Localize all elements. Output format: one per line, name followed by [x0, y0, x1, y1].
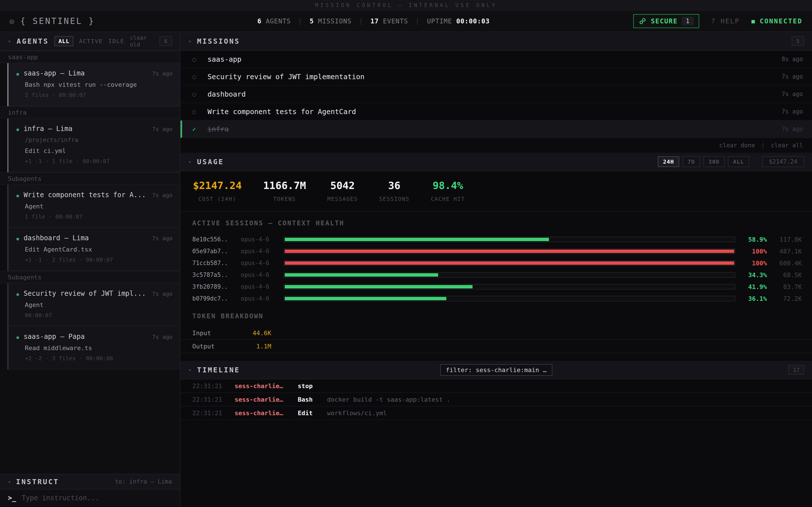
session-row: b0799dc7.. opus-4-6 36.1% 72.2K — [181, 293, 812, 304]
event-time: 22:31:21 — [192, 409, 225, 416]
event-session: sess-charlie… — [235, 383, 289, 390]
filter-all-button[interactable]: ALL — [54, 36, 73, 46]
agent-card[interactable]: ● Security review of JWT impl... 7s ago … — [8, 283, 180, 327]
stat-sessions: 36 SESSIONS — [379, 180, 410, 202]
agent-card[interactable]: ● dashboard — Lima 7s ago Edit AgentCard… — [8, 228, 180, 271]
agents-count-label: AGENTS — [266, 17, 291, 25]
mission-row[interactable]: ○ saas-app 8s ago — [181, 51, 812, 68]
timeline-row[interactable]: 22:31:21 sess-charlie… Bash docker build… — [181, 393, 812, 406]
timeline-count-badge: 17 — [788, 365, 804, 375]
stat-messages: 5042 MESSAGES — [327, 180, 358, 202]
missions-panel-header: ▾ MISSIONS 5 — [181, 32, 812, 51]
stat-label: SESSIONS — [379, 196, 410, 202]
context-health-bar — [284, 272, 735, 278]
secure-button[interactable]: SECURE 1 — [633, 14, 699, 28]
context-health-fill — [285, 238, 549, 241]
agents-panel-title: AGENTS — [17, 37, 49, 45]
timeline-row[interactable]: 22:31:21 sess-charlie… stop — [181, 379, 812, 393]
connected-dot-icon: ■ — [751, 18, 756, 24]
agent-current-command: Agent — [16, 203, 172, 210]
context-health-fill — [285, 297, 446, 300]
filter-idle-button[interactable]: IDLE — [109, 38, 124, 45]
context-health-bar — [284, 237, 735, 242]
mission-row[interactable]: ✓ infra 7s ago — [181, 121, 812, 138]
mission-row[interactable]: ○ dashboard 7s ago — [181, 86, 812, 103]
missions-count-badge: 5 — [792, 36, 804, 46]
collapse-caret-icon[interactable]: ▾ — [188, 38, 192, 44]
token-breakdown-title: TOKEN BREAKDOWN — [181, 313, 812, 320]
range-7d-button[interactable]: 7D — [682, 156, 700, 167]
event-action: Edit — [298, 409, 318, 416]
agent-name: saas-app — Lima — [24, 69, 148, 77]
instruct-input[interactable] — [22, 494, 172, 502]
agent-current-command: Edit ci.yml — [16, 147, 172, 154]
clear-old-button[interactable]: clear old — [130, 34, 154, 48]
collapse-caret-icon[interactable]: ▾ — [188, 159, 192, 165]
context-health-fill — [285, 262, 734, 265]
stat-cache-hit: 98.4% CACHE HIT — [431, 180, 465, 202]
agent-last-activity: 7s ago — [152, 334, 172, 340]
filter-active-button[interactable]: ACTIVE — [79, 38, 103, 45]
timeline-row[interactable]: 22:31:21 sess-charlie… Edit workflows/ci… — [181, 406, 812, 420]
agent-card[interactable]: ● infra — Lima 7s ago /projects/infra Ed… — [8, 119, 180, 172]
clear-all-button[interactable]: clear all — [771, 142, 803, 149]
token-row: Input 44.6K — [181, 327, 812, 340]
prompt-icon: >_ — [8, 494, 16, 502]
mission-label: saas-app — [207, 55, 774, 63]
agent-working-dir: /projects/infra — [16, 136, 172, 144]
clear-done-button[interactable]: clear done — [719, 142, 755, 149]
session-token-count: 117.8K — [767, 236, 802, 243]
context-health-fill — [285, 249, 734, 253]
collapse-caret-icon[interactable]: ▾ — [188, 367, 192, 373]
agent-name: dashboard — Lima — [24, 234, 148, 242]
mission-row[interactable]: ○ Security review of JWT implementation … — [181, 68, 812, 86]
uptime-value: 00:00:03 — [456, 17, 490, 25]
agent-current-command: Bash npx vitest run --coverage — [16, 81, 172, 88]
mission-row[interactable]: ○ Write component tests for AgentCard 7s… — [181, 103, 812, 121]
missions-count-label: MISSIONS — [318, 17, 352, 25]
session-token-count: 600.4K — [767, 260, 802, 267]
divider: | — [298, 17, 302, 25]
session-id: b0799dc7.. — [192, 295, 241, 302]
range-24h-button[interactable]: 24H — [658, 156, 679, 167]
chain-link-icon — [639, 17, 646, 25]
agent-meta: 2 files · 00:00:07 — [16, 92, 172, 98]
event-session: sess-charlie… — [235, 396, 289, 403]
status-dot-icon: ● — [16, 193, 19, 198]
agent-card[interactable]: ● saas-app — Lima 7s ago Bash npx vitest… — [8, 63, 180, 106]
session-model: opus-4-6 — [241, 272, 284, 278]
usage-total-badge: $2147.24 — [762, 156, 804, 167]
agent-group-label: saas-app — [0, 51, 180, 63]
agent-group-label: Subagents — [0, 271, 180, 283]
mission-time: 7s ago — [781, 73, 803, 80]
range-all-button[interactable]: ALL — [728, 156, 749, 167]
token-row-label: Input — [192, 330, 238, 337]
session-token-count: 72.2K — [767, 295, 802, 302]
agent-card[interactable]: ● saas-app — Papa 7s ago Read middleware… — [8, 327, 180, 370]
collapse-caret-icon[interactable]: ▾ — [8, 38, 11, 44]
mission-status-icon[interactable]: ○ — [192, 73, 200, 80]
agent-group-label: Subagents — [0, 172, 180, 185]
mission-time: 7s ago — [781, 108, 803, 115]
agent-card[interactable]: ● Write component tests for A... 7s ago … — [8, 185, 180, 228]
session-model: opus-4-6 — [241, 260, 284, 267]
session-id: 71ccb587.. — [192, 260, 241, 267]
mission-status-icon[interactable]: ○ — [192, 91, 200, 98]
mission-check-icon[interactable]: ✓ — [192, 126, 200, 133]
mission-time: 7s ago — [781, 126, 803, 132]
usage-panel-header: ▾ USAGE 24H 7D 30D ALL $2147.24 — [181, 153, 812, 171]
range-selector: 24H 7D 30D ALL — [658, 156, 749, 167]
help-button[interactable]: ? HELP — [711, 17, 740, 25]
event-time: 22:31:21 — [192, 383, 225, 390]
agents-panel-header: ▾ AGENTS ALL ACTIVE IDLE clear old 6 — [0, 32, 180, 51]
instruct-target: to: infra — Lima — [115, 478, 172, 485]
collapse-caret-icon[interactable]: ▾ — [8, 479, 11, 485]
mission-status-icon[interactable]: ○ — [192, 108, 200, 115]
stat-value: 5042 — [331, 180, 355, 191]
divider: | — [359, 17, 363, 25]
agent-group: ● infra — Lima 7s ago /projects/infra Ed… — [7, 119, 180, 172]
mission-status-icon[interactable]: ○ — [192, 56, 200, 63]
range-30d-button[interactable]: 30D — [703, 156, 725, 167]
timeline-filter-input[interactable]: filter: sess-charlie:main … — [440, 364, 552, 376]
session-token-count: 68.5K — [767, 272, 802, 279]
